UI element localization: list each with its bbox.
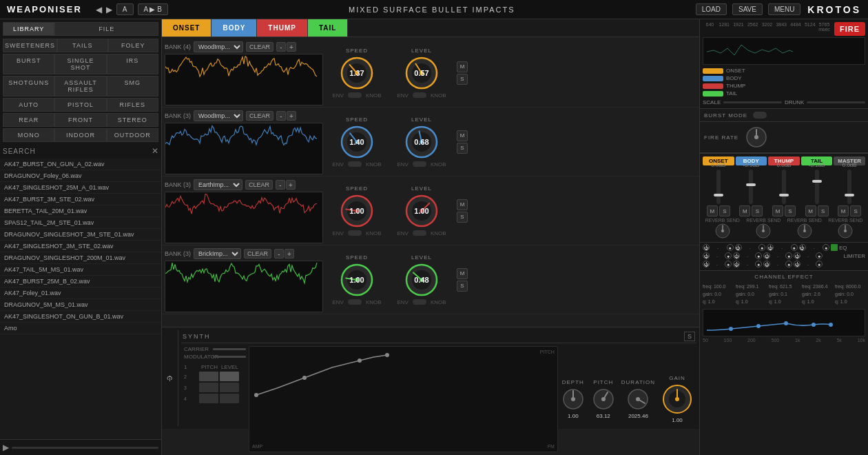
speed-knob[interactable]: 1.40 bbox=[339, 124, 375, 160]
fader-track[interactable] bbox=[716, 170, 721, 204]
ab-a-btn[interactable]: A bbox=[116, 3, 134, 15]
osc-level-bar-3[interactable] bbox=[220, 383, 239, 392]
s-btn[interactable]: S bbox=[457, 212, 468, 223]
synth-pitch-knob[interactable] bbox=[591, 387, 616, 412]
clear-btn[interactable]: CLEAR bbox=[245, 180, 273, 190]
sidebar-tab-stereo[interactable]: STEREO bbox=[107, 113, 158, 127]
file-item[interactable]: DRAGUNOV_5M_MS_01.wav bbox=[0, 299, 161, 311]
fader-track[interactable] bbox=[847, 170, 851, 204]
plugin-dot[interactable]: ● bbox=[755, 261, 762, 267]
sidebar-tab-tails[interactable]: TAILS bbox=[57, 39, 107, 52]
file-item[interactable]: AK47_BURST_ON_GUN_A_02.wav bbox=[0, 159, 161, 170]
bank-name-select[interactable]: BrickImp... bbox=[194, 248, 241, 259]
fader-thumb[interactable] bbox=[714, 194, 723, 196]
level-knob[interactable]: 0.68 bbox=[404, 124, 440, 160]
plugin-dot[interactable]: ● bbox=[791, 244, 798, 251]
plugin-dot[interactable]: ● bbox=[823, 244, 829, 251]
fire-btn[interactable]: FIRE bbox=[834, 22, 865, 36]
sidebar-tab-library[interactable]: LIBRARY bbox=[3, 22, 54, 36]
plus-btn[interactable]: + bbox=[287, 42, 296, 52]
m-btn[interactable]: M bbox=[457, 130, 468, 141]
clear-btn[interactable]: CLEAR bbox=[244, 249, 271, 259]
env-toggle[interactable] bbox=[348, 230, 362, 236]
minus-btn[interactable]: - bbox=[276, 42, 286, 52]
env-toggle[interactable] bbox=[348, 161, 362, 167]
reverb-knob[interactable] bbox=[755, 223, 772, 239]
osc-pitch-bar-2[interactable] bbox=[199, 372, 218, 381]
plugin-dot[interactable]: ● bbox=[816, 261, 823, 267]
burst-mode-toggle[interactable] bbox=[753, 112, 767, 119]
s-btn[interactable]: S bbox=[457, 143, 468, 154]
speed-knob[interactable]: 1.00 bbox=[339, 193, 375, 229]
scale-slider[interactable] bbox=[723, 101, 782, 103]
sidebar-tab-indoor[interactable]: INDOOR bbox=[54, 128, 106, 142]
sidebar-tab-singleshot[interactable]: SINGLE SHOT bbox=[54, 54, 106, 74]
plugin-dot[interactable]: ● bbox=[755, 252, 762, 259]
reverb-knob[interactable] bbox=[714, 223, 731, 239]
osc-pitch-bar-3[interactable] bbox=[199, 383, 218, 392]
bank-name-select[interactable]: WoodImp... bbox=[194, 41, 243, 52]
fader-thumb[interactable] bbox=[779, 194, 789, 196]
sidebar-tab-irs[interactable]: IRS bbox=[107, 54, 158, 74]
minus-btn[interactable]: - bbox=[276, 180, 285, 190]
waveform-container[interactable] bbox=[165, 123, 323, 174]
synth-s-btn[interactable]: S bbox=[684, 332, 695, 341]
nav-forward[interactable]: ▶ bbox=[106, 5, 112, 14]
env-toggle2[interactable] bbox=[413, 92, 426, 98]
osc-level-bar-4[interactable] bbox=[220, 394, 239, 403]
save-btn[interactable]: SAVE bbox=[732, 3, 763, 15]
plugin-dot[interactable]: ● bbox=[785, 252, 792, 259]
fader-s-btn[interactable]: S bbox=[752, 205, 763, 216]
fader-thumb[interactable] bbox=[746, 183, 756, 186]
sidebar-tab-foley[interactable]: FOLEY bbox=[108, 39, 159, 52]
osc-pitch-bar-4[interactable] bbox=[199, 394, 218, 403]
plugin-dot[interactable]: ● bbox=[725, 252, 732, 259]
tab-body[interactable]: BODY bbox=[211, 19, 257, 37]
synth-power-btn[interactable]: ⏻ bbox=[167, 376, 174, 381]
m-btn[interactable]: M bbox=[457, 61, 468, 72]
sidebar-tab-mono[interactable]: MONO bbox=[3, 128, 54, 142]
m-btn[interactable]: M bbox=[457, 268, 468, 279]
sidebar-tab-pistol[interactable]: PISTOL bbox=[54, 98, 106, 112]
sidebar-tab-rifles[interactable]: RIFLES bbox=[107, 98, 158, 112]
env-toggle[interactable] bbox=[348, 299, 362, 305]
playback-progress[interactable] bbox=[12, 447, 158, 449]
play-icon[interactable]: ▶ bbox=[3, 443, 9, 452]
file-item[interactable]: DRAGUNOV_SINGLESHOT_3M_STE_01.wav bbox=[0, 229, 161, 241]
file-item[interactable]: SPAS12_TAIL_2M_STE_01.wav bbox=[0, 217, 161, 229]
plugin-power-btn[interactable]: ⏻ bbox=[703, 252, 710, 259]
gain-knob[interactable] bbox=[661, 383, 694, 416]
s-btn[interactable]: S bbox=[457, 74, 468, 85]
file-item[interactable]: AK47_Foley_01.wav bbox=[0, 287, 161, 299]
osc-level-bar-2[interactable] bbox=[220, 372, 239, 381]
env-toggle[interactable] bbox=[348, 92, 362, 98]
fader-m-btn[interactable]: M bbox=[838, 205, 849, 216]
fader-m-btn[interactable]: M bbox=[739, 205, 750, 216]
plugin-dot[interactable]: ● bbox=[785, 261, 792, 267]
search-clear-icon[interactable]: ✕ bbox=[152, 146, 158, 156]
plugin-dot[interactable]: ● bbox=[725, 261, 732, 267]
nav-back[interactable]: ◀ bbox=[96, 5, 102, 14]
clear-btn[interactable]: CLEAR bbox=[246, 42, 273, 52]
file-item[interactable]: AK47_BURST_25M_B_02.wav bbox=[0, 276, 161, 287]
fader-track[interactable] bbox=[815, 170, 819, 204]
plugin-power-btn[interactable]: ⏻ bbox=[794, 252, 800, 259]
plus-btn[interactable]: + bbox=[285, 249, 294, 259]
sidebar-tab-file[interactable]: FILE bbox=[54, 22, 158, 36]
level-knob[interactable]: 1.00 bbox=[404, 193, 440, 229]
fader-m-btn[interactable]: M bbox=[772, 205, 783, 216]
fader-s-btn[interactable]: S bbox=[850, 205, 861, 216]
plugin-power-btn[interactable]: ⏻ bbox=[767, 244, 774, 251]
fader-s-btn[interactable]: S bbox=[818, 205, 829, 216]
file-item[interactable]: BERETTA_TAIL_20M_01.wav bbox=[0, 205, 161, 217]
clear-btn[interactable]: CLEAR bbox=[246, 111, 273, 121]
sidebar-tab-sweeteners[interactable]: SWEETENERS bbox=[3, 39, 57, 52]
menu-btn[interactable]: MENU bbox=[768, 3, 800, 15]
plus-btn[interactable]: + bbox=[287, 111, 296, 121]
plugin-power-btn[interactable]: ⏻ bbox=[794, 261, 800, 267]
waveform-container[interactable] bbox=[165, 192, 323, 243]
env-toggle2[interactable] bbox=[413, 230, 426, 236]
plugin-dot[interactable]: ● bbox=[727, 244, 734, 251]
minus-btn[interactable]: - bbox=[276, 111, 286, 121]
sidebar-tab-burst[interactable]: BURST bbox=[3, 54, 54, 74]
